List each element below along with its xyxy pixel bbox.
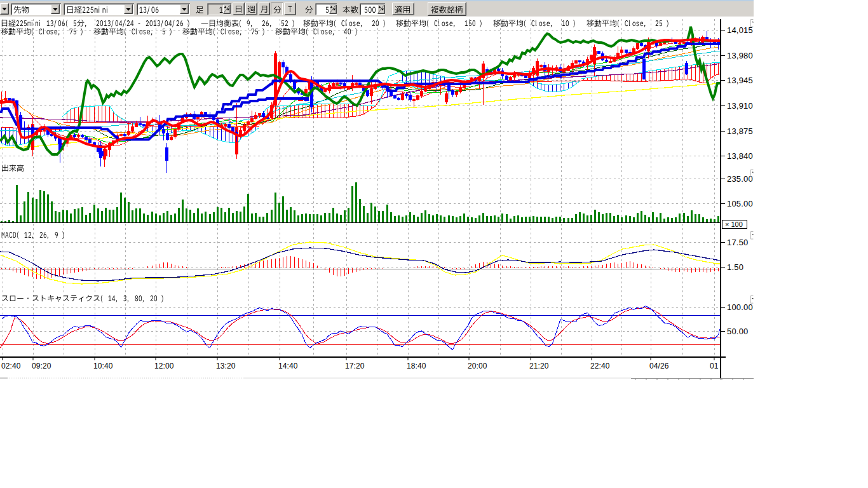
svg-text:105.00: 105.00 bbox=[727, 199, 753, 208]
svg-text:17:20: 17:20 bbox=[345, 362, 365, 370]
svg-text:13,840: 13,840 bbox=[727, 151, 753, 161]
svg-text:13,980: 13,980 bbox=[727, 51, 753, 60]
svg-text:10:40: 10:40 bbox=[93, 362, 113, 370]
svg-text:13:20: 13:20 bbox=[216, 362, 236, 370]
svg-text:01: 01 bbox=[710, 362, 719, 370]
svg-text:13,875: 13,875 bbox=[727, 126, 753, 136]
svg-text:22:40: 22:40 bbox=[590, 362, 610, 370]
svg-text:18:40: 18:40 bbox=[407, 362, 426, 370]
svg-text:17.50: 17.50 bbox=[727, 238, 749, 247]
svg-text:100.00: 100.00 bbox=[727, 302, 753, 312]
svg-text:235.00: 235.00 bbox=[727, 174, 753, 184]
svg-text:× 100: × 100 bbox=[725, 220, 743, 228]
svg-text:02:40: 02:40 bbox=[1, 362, 21, 370]
svg-text:21:20: 21:20 bbox=[529, 362, 549, 370]
svg-text:14:40: 14:40 bbox=[278, 362, 298, 370]
svg-text:20:00: 20:00 bbox=[468, 362, 487, 370]
svg-text:50.00: 50.00 bbox=[727, 327, 749, 336]
svg-text:04/26: 04/26 bbox=[649, 362, 669, 370]
svg-text:09:20: 09:20 bbox=[32, 362, 51, 370]
svg-text:13,910: 13,910 bbox=[727, 101, 753, 111]
svg-text:13,945: 13,945 bbox=[727, 76, 753, 85]
svg-text:1.50: 1.50 bbox=[727, 262, 743, 272]
svg-text:14,015: 14,015 bbox=[727, 25, 753, 35]
svg-text:12:00: 12:00 bbox=[154, 362, 174, 370]
